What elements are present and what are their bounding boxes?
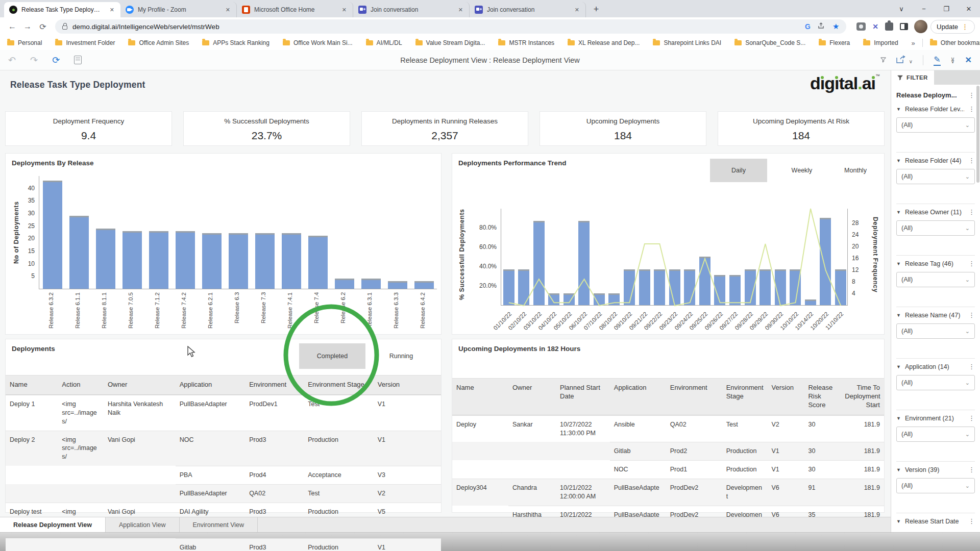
filter-select[interactable]: (All)⌄ xyxy=(896,478,975,493)
google-icon[interactable]: G xyxy=(805,22,811,31)
caret-down-icon[interactable]: ▼ xyxy=(896,519,901,524)
kebab-menu-icon[interactable]: ⋮ xyxy=(968,519,975,524)
filter-select[interactable]: (All)⌄ xyxy=(896,375,975,390)
bookmark-item[interactable]: Office Work Main Si... xyxy=(283,39,353,46)
sort-icon[interactable]: ⇅ xyxy=(15,256,19,262)
filter-section-header[interactable]: ▼Release Start Date⋮ xyxy=(896,518,975,525)
back-icon[interactable]: ← xyxy=(5,22,19,31)
column-header[interactable]: Version xyxy=(768,379,804,415)
column-header[interactable]: Release Risk Score xyxy=(804,379,841,415)
kebab-menu-icon[interactable]: ⋮ xyxy=(968,467,975,472)
share-export-icon[interactable]: ∨ xyxy=(896,55,913,65)
chrome-menu-icon[interactable]: ⋮ xyxy=(962,23,969,31)
filter-select[interactable]: (All)⌄ xyxy=(896,220,975,236)
kebab-menu-icon[interactable]: ⋮ xyxy=(968,364,975,369)
trend-button-daily[interactable]: Daily xyxy=(710,159,767,182)
table-row[interactable]: GitlabProd3ProductionV1 xyxy=(6,538,441,551)
bar[interactable] xyxy=(282,233,301,289)
column-header[interactable]: Owner xyxy=(104,375,176,394)
column-header[interactable]: Planned Start Date xyxy=(556,379,610,415)
filter-select[interactable]: (All)⌄ xyxy=(896,169,975,184)
collapse-toolbar-icon[interactable]: ∨∨ xyxy=(951,58,955,63)
column-header[interactable]: Application xyxy=(176,375,245,394)
column-header[interactable]: Action xyxy=(58,375,104,394)
new-tab-button[interactable]: + xyxy=(589,2,603,16)
browser-tab[interactable]: Release Task Type Deployment. V✕ xyxy=(4,2,120,17)
browser-tab[interactable]: Microsoft Office Home✕ xyxy=(237,2,353,17)
trend-button-weekly[interactable]: Weekly xyxy=(779,159,825,182)
kebab-menu-icon[interactable]: ⋮ xyxy=(968,93,975,98)
camera-extension-icon[interactable] xyxy=(856,22,866,31)
bookmark-item[interactable]: Value Stream Digita... xyxy=(415,39,485,46)
column-header[interactable]: Environment Stage xyxy=(304,375,373,394)
bookmark-item[interactable]: SonarQube_Code S... xyxy=(734,39,805,46)
column-header[interactable]: Version xyxy=(374,375,441,394)
profile-avatar[interactable] xyxy=(914,20,927,33)
bookmark-item[interactable]: Imported xyxy=(863,39,898,46)
tab-search-icon[interactable]: ∨ xyxy=(890,5,913,13)
column-header[interactable]: Name xyxy=(452,379,508,415)
filter-select[interactable]: (All)⌄ xyxy=(896,117,975,133)
caret-down-icon[interactable]: ▼ xyxy=(896,210,901,215)
bar[interactable] xyxy=(202,233,222,289)
bar[interactable] xyxy=(96,229,115,289)
filter-select[interactable]: (All)⌄ xyxy=(896,323,975,339)
column-header[interactable]: Owner xyxy=(508,379,556,415)
kebab-menu-icon[interactable]: ⋮ xyxy=(968,107,975,112)
column-header[interactable]: Environment Stage xyxy=(722,379,768,415)
kebab-menu-icon[interactable]: ⋮ xyxy=(968,313,975,318)
caret-down-icon[interactable]: ▼ xyxy=(896,364,901,369)
column-header[interactable]: Environment xyxy=(666,379,722,415)
browser-tab[interactable]: Join conversation✕ xyxy=(470,2,586,17)
caret-down-icon[interactable]: ▼ xyxy=(896,467,901,472)
restore-icon[interactable]: ❐ xyxy=(935,5,958,13)
filter-select[interactable]: (All)⌄ xyxy=(896,427,975,442)
table-button-completed[interactable]: Completed xyxy=(299,343,365,369)
side-panel-icon[interactable] xyxy=(900,23,908,30)
bar[interactable] xyxy=(149,231,168,289)
url-text[interactable]: demo.digital.ai/IntelligenceWeb/servlet/… xyxy=(72,23,219,31)
tab-close-icon[interactable]: ✕ xyxy=(456,6,465,14)
other-bookmarks[interactable]: Other bookmarks xyxy=(930,39,980,46)
forward-icon[interactable]: → xyxy=(20,22,35,31)
tab-close-icon[interactable]: ✕ xyxy=(573,6,581,14)
view-tab-environment-view[interactable]: Environment View xyxy=(180,517,258,532)
kebab-menu-icon[interactable]: ⋮ xyxy=(968,158,975,163)
bar[interactable] xyxy=(388,281,407,289)
bar[interactable] xyxy=(229,233,248,289)
close-dashboard-icon[interactable]: ✕ xyxy=(965,55,972,65)
bar[interactable] xyxy=(43,181,62,289)
edit-icon[interactable]: ✎ xyxy=(934,55,940,66)
trend-button-monthly[interactable]: Monthly xyxy=(832,159,878,182)
bar[interactable] xyxy=(308,236,328,289)
filter-section-header[interactable]: ▼Release Tag (46)⋮ xyxy=(896,260,975,267)
bookmark-item[interactable]: Flexera xyxy=(819,39,850,46)
caret-down-icon[interactable]: ▼ xyxy=(896,158,901,163)
table-row[interactable]: PullBaseAdapterQA02TestV2 xyxy=(6,484,441,503)
caret-down-icon[interactable]: ▼ xyxy=(896,107,901,112)
browser-tab[interactable]: My Profile - Zoom✕ xyxy=(120,2,237,17)
close-window-icon[interactable]: ✕ xyxy=(958,5,980,13)
caret-down-icon[interactable]: ▼ xyxy=(896,261,901,266)
update-button[interactable]: Update ⋮ xyxy=(930,20,975,34)
filter-section-header[interactable]: ▼Release Folder (44)⋮ xyxy=(896,157,975,164)
omnibox[interactable]: demo.digital.ai/IntelligenceWeb/servlet/… xyxy=(55,19,846,34)
kebab-menu-icon[interactable]: ⋮ xyxy=(968,416,975,421)
bookmark-item[interactable]: Office Admin Sites xyxy=(128,39,189,46)
undo-icon[interactable]: ↶ xyxy=(8,55,16,66)
bar[interactable] xyxy=(414,281,434,289)
bookmark-star-icon[interactable]: ★ xyxy=(832,22,839,31)
table-row[interactable]: Deploy 1<img src=../images/Harshita Venk… xyxy=(6,395,441,431)
x-extension-icon[interactable]: ✕ xyxy=(872,22,878,31)
table-row[interactable]: DeploySankar10/27/2022 11:30:00 PMAnsibl… xyxy=(452,415,884,442)
reload-icon[interactable]: ⟳ xyxy=(36,22,50,32)
column-header[interactable]: Application xyxy=(610,379,666,415)
filter-section-header[interactable]: ▼Environment (21)⋮ xyxy=(896,415,975,422)
filter-scrollbar[interactable] xyxy=(976,86,979,183)
bookmark-item[interactable]: APPs Stack Ranking xyxy=(202,39,270,46)
column-header[interactable]: Environment xyxy=(245,375,304,394)
bookmark-item[interactable]: MSTR Instances xyxy=(498,39,554,46)
kebab-menu-icon[interactable]: ⋮ xyxy=(968,210,975,215)
bookmark-item[interactable]: Investment Folder xyxy=(55,39,115,46)
column-header[interactable]: Time To Deployment Start xyxy=(841,379,884,415)
